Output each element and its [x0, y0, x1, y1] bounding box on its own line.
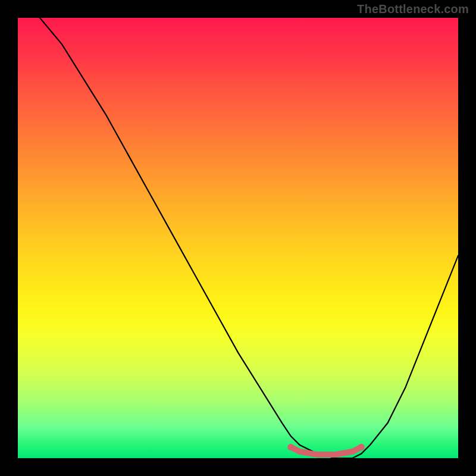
trough-highlight [291, 447, 361, 455]
plot-area [18, 18, 458, 458]
bottleneck-curve [40, 18, 458, 458]
trough-dot-right [358, 444, 365, 450]
chart-frame: TheBottleneck.com [0, 0, 476, 476]
watermark-text: TheBottleneck.com [357, 2, 469, 16]
trough-dot-left [287, 444, 294, 450]
curve-layer [18, 18, 458, 458]
